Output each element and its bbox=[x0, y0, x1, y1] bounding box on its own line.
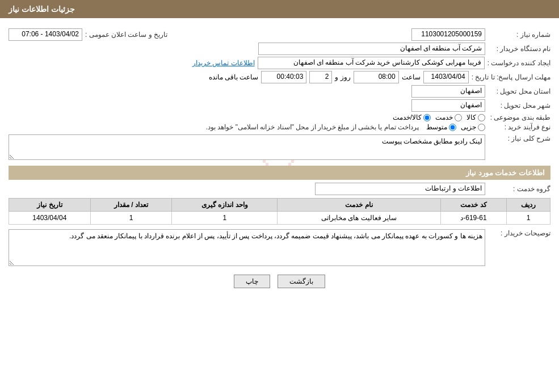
tarikVaSaat-label: تاریخ و ساعت اعلان عمومی : bbox=[85, 31, 167, 39]
bazgasht-button[interactable]: بازگشت bbox=[278, 275, 325, 288]
tosifatKhridar-label: توصیحات خریدار : bbox=[488, 229, 550, 237]
sharhKolliNiaz-textarea[interactable]: لینک رادیو مطابق مشخصات پیوست bbox=[9, 134, 485, 160]
col-tedad: تعداد / مقدار bbox=[90, 199, 172, 212]
tabaqeBandi-label: طبقه بندی موضوعی : bbox=[488, 113, 550, 121]
content-area: 🛡 شماره نیاز : 1103001205000159 تاریخ و … bbox=[0, 18, 559, 300]
shahr-row: شهر محل تحویل : اصفهان bbox=[9, 99, 550, 112]
cell-namKhadamat: سایر فعالیت های مخابراتی bbox=[278, 212, 440, 225]
khadamat-section-title: اطلاعات خدمات مورد نیاز bbox=[9, 166, 550, 180]
shomareNiaz-row: شماره نیاز : 1103001205000159 تاریخ و سا… bbox=[9, 28, 550, 41]
cell-radif: 1 bbox=[507, 212, 550, 225]
sharhKolliNiaz-label: شرح کلی نیاز : bbox=[488, 134, 550, 142]
ijadKonande-label: ایجاد کننده درخواست : bbox=[487, 59, 550, 67]
radio-khadamat[interactable]: خدمت bbox=[435, 113, 462, 121]
radio-kalaKhadamat-input[interactable] bbox=[423, 114, 431, 121]
radio-kalaKhadamat[interactable]: کالا/خدمت bbox=[393, 113, 431, 121]
cell-tedad: 1 bbox=[90, 212, 172, 225]
chap-button[interactable]: چاپ bbox=[234, 275, 270, 288]
roz-label: روز و bbox=[335, 73, 350, 81]
shahr-label: شهر محل تحویل : bbox=[488, 102, 550, 109]
mohlatErsalPasokh-label: مهلت ارسال پاسخ: تا تاریخ : bbox=[472, 73, 550, 81]
radio-motovaset-input[interactable] bbox=[449, 124, 456, 131]
col-tarikNiaz: تاریخ نیاز bbox=[9, 199, 91, 212]
ostan-label: استان محل تحویل : bbox=[488, 87, 550, 95]
col-vahedAndaze: واحد اندازه گیری bbox=[172, 199, 278, 212]
grohKhadamat-row: گروه خدمت : اطلاعات و ارتباطات bbox=[9, 183, 550, 195]
saatBaqiMande-value: 00:40:03 bbox=[261, 71, 306, 83]
date-value: 1403/04/04 bbox=[423, 71, 469, 83]
saatBaqiMande-label: ساعت باقی مانده bbox=[209, 73, 259, 81]
col-radif: ردیف bbox=[507, 199, 550, 212]
shomareNiaz-label: شماره نیاز : bbox=[488, 31, 550, 39]
namDastgah-label: نام دستگاه خریدار : bbox=[488, 45, 550, 53]
tarikVaSaat-value: 1403/04/02 - 07:06 bbox=[9, 28, 82, 41]
noFarayand-description: پرداخت تمام یا بخشی از مبلغ خریدار از مح… bbox=[206, 123, 419, 131]
grohKhadamat-label: گروه خدمت : bbox=[488, 185, 550, 193]
radio-kala[interactable]: کالا bbox=[466, 113, 485, 121]
services-table: ردیف کد خدمت نام خدمت واحد اندازه گیری ت… bbox=[9, 198, 550, 225]
shahr-value: اصفهان bbox=[411, 99, 485, 112]
col-namKhadamat: نام خدمت bbox=[278, 199, 440, 212]
radio-khadamat-label: خدمت bbox=[435, 113, 453, 121]
grohKhadamat-value: اطلاعات و ارتباطات bbox=[315, 183, 485, 195]
noFarayand-radio-group: جزیی متوسط bbox=[426, 123, 485, 131]
namDastgah-row: نام دستگاه خریدار : شرکت آب منطقه ای اصف… bbox=[9, 43, 550, 55]
cell-kodKhadamat: 619-61-د bbox=[440, 212, 507, 225]
saat-value: 08:00 bbox=[354, 71, 399, 83]
ijadKonande-value: فریبا مهرابی کوشکی کارشناس خرید شرکت آب … bbox=[258, 57, 485, 69]
radio-motovaset-label: متوسط bbox=[426, 123, 447, 131]
page-header: جزئیات اطلاعات نیاز bbox=[0, 0, 559, 18]
cell-vahedAndaze: 1 bbox=[172, 212, 278, 225]
page-wrapper: جزئیات اطلاعات نیاز 🛡 شماره نیاز : 11030… bbox=[0, 0, 559, 392]
page-title: جزئیات اطلاعات نیاز bbox=[9, 5, 75, 14]
radio-jozi-input[interactable] bbox=[478, 124, 485, 131]
namDastgah-value: شرکت آب منطقه ای اصفهان bbox=[258, 43, 485, 55]
shomareNiaz-value: 1103001205000159 bbox=[411, 28, 485, 41]
radio-motovaset[interactable]: متوسط bbox=[426, 123, 456, 131]
button-row: بازگشت چاپ bbox=[9, 275, 550, 288]
radio-kala-input[interactable] bbox=[478, 114, 485, 121]
noFarayand-label: نوع فرآیند خرید : bbox=[488, 123, 550, 131]
saat-label: ساعت bbox=[402, 73, 421, 81]
radio-khadamat-input[interactable] bbox=[455, 114, 462, 121]
tosifatKhridar-textarea[interactable]: هزینه ها و کسورات به عهده پیمانکار می با… bbox=[9, 229, 485, 266]
radio-jozi-label: جزیی bbox=[461, 123, 476, 131]
sharhKolliNiaz-row: شرح کلی نیاز : لینک رادیو مطابق مشخصات پ… bbox=[9, 134, 550, 160]
roz-value: 2 bbox=[309, 71, 332, 83]
radio-kalaKhadamat-label: کالا/خدمت bbox=[393, 113, 422, 121]
ijadKonande-link[interactable]: اطلاعات تماس خریدار bbox=[192, 59, 255, 67]
ostan-value: اصفهان bbox=[411, 85, 485, 98]
col-kodKhadamat: کد خدمت bbox=[440, 199, 507, 212]
mohlatErsalPasokh-row: مهلت ارسال پاسخ: تا تاریخ : 1403/04/04 س… bbox=[9, 71, 550, 83]
tabaqeBandi-row: طبقه بندی موضوعی : کالا خدمت کالا/خدمت bbox=[9, 113, 550, 121]
noFarayand-row: نوع فرآیند خرید : جزیی متوسط پرداخت تمام… bbox=[9, 123, 550, 131]
ijadKonande-row: ایجاد کننده درخواست : فریبا مهرابی کوشکی… bbox=[9, 57, 550, 69]
tosifatKhridar-row: توصیحات خریدار : هزینه ها و کسورات به عه… bbox=[9, 229, 550, 266]
tabaqeBandi-radio-group: کالا خدمت کالا/خدمت bbox=[393, 113, 485, 121]
radio-jozi[interactable]: جزیی bbox=[461, 123, 485, 131]
table-row: 1619-61-دسایر فعالیت های مخابراتی111403/… bbox=[9, 212, 550, 225]
radio-kala-label: کالا bbox=[466, 113, 476, 121]
cell-tarikNiaz: 1403/04/04 bbox=[9, 212, 91, 225]
ostan-row: استان محل تحویل : اصفهان bbox=[9, 85, 550, 98]
